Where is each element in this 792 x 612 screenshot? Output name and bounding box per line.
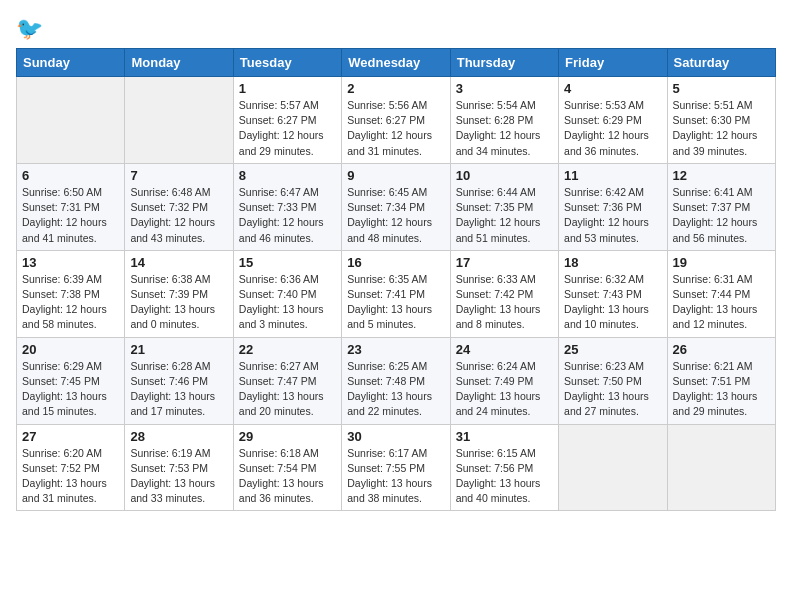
calendar-week-row: 6Sunrise: 6:50 AM Sunset: 7:31 PM Daylig… (17, 163, 776, 250)
day-detail: Sunrise: 5:54 AM Sunset: 6:28 PM Dayligh… (456, 98, 553, 159)
day-number: 1 (239, 81, 336, 96)
day-detail: Sunrise: 6:24 AM Sunset: 7:49 PM Dayligh… (456, 359, 553, 420)
weekday-header: Sunday (17, 49, 125, 77)
calendar-cell: 3Sunrise: 5:54 AM Sunset: 6:28 PM Daylig… (450, 77, 558, 164)
logo-bird-icon: 🐦 (16, 16, 43, 42)
day-number: 12 (673, 168, 770, 183)
calendar-cell: 20Sunrise: 6:29 AM Sunset: 7:45 PM Dayli… (17, 337, 125, 424)
day-detail: Sunrise: 6:41 AM Sunset: 7:37 PM Dayligh… (673, 185, 770, 246)
calendar-cell: 2Sunrise: 5:56 AM Sunset: 6:27 PM Daylig… (342, 77, 450, 164)
day-detail: Sunrise: 6:21 AM Sunset: 7:51 PM Dayligh… (673, 359, 770, 420)
calendar-cell: 14Sunrise: 6:38 AM Sunset: 7:39 PM Dayli… (125, 250, 233, 337)
weekday-header: Thursday (450, 49, 558, 77)
calendar-cell: 6Sunrise: 6:50 AM Sunset: 7:31 PM Daylig… (17, 163, 125, 250)
calendar-week-row: 1Sunrise: 5:57 AM Sunset: 6:27 PM Daylig… (17, 77, 776, 164)
calendar-cell: 21Sunrise: 6:28 AM Sunset: 7:46 PM Dayli… (125, 337, 233, 424)
day-detail: Sunrise: 6:36 AM Sunset: 7:40 PM Dayligh… (239, 272, 336, 333)
day-detail: Sunrise: 6:44 AM Sunset: 7:35 PM Dayligh… (456, 185, 553, 246)
calendar-cell (17, 77, 125, 164)
day-detail: Sunrise: 6:17 AM Sunset: 7:55 PM Dayligh… (347, 446, 444, 507)
day-number: 31 (456, 429, 553, 444)
day-detail: Sunrise: 6:39 AM Sunset: 7:38 PM Dayligh… (22, 272, 119, 333)
calendar-header-row: SundayMondayTuesdayWednesdayThursdayFrid… (17, 49, 776, 77)
day-number: 4 (564, 81, 661, 96)
day-detail: Sunrise: 6:29 AM Sunset: 7:45 PM Dayligh… (22, 359, 119, 420)
day-number: 21 (130, 342, 227, 357)
day-number: 27 (22, 429, 119, 444)
day-detail: Sunrise: 6:28 AM Sunset: 7:46 PM Dayligh… (130, 359, 227, 420)
calendar-cell: 22Sunrise: 6:27 AM Sunset: 7:47 PM Dayli… (233, 337, 341, 424)
day-number: 23 (347, 342, 444, 357)
day-detail: Sunrise: 5:57 AM Sunset: 6:27 PM Dayligh… (239, 98, 336, 159)
day-number: 7 (130, 168, 227, 183)
weekday-header: Monday (125, 49, 233, 77)
weekday-header: Tuesday (233, 49, 341, 77)
calendar-table: SundayMondayTuesdayWednesdayThursdayFrid… (16, 48, 776, 511)
day-detail: Sunrise: 6:35 AM Sunset: 7:41 PM Dayligh… (347, 272, 444, 333)
day-number: 29 (239, 429, 336, 444)
calendar-cell: 26Sunrise: 6:21 AM Sunset: 7:51 PM Dayli… (667, 337, 775, 424)
day-detail: Sunrise: 6:19 AM Sunset: 7:53 PM Dayligh… (130, 446, 227, 507)
day-number: 14 (130, 255, 227, 270)
day-detail: Sunrise: 6:23 AM Sunset: 7:50 PM Dayligh… (564, 359, 661, 420)
day-detail: Sunrise: 6:50 AM Sunset: 7:31 PM Dayligh… (22, 185, 119, 246)
day-detail: Sunrise: 6:47 AM Sunset: 7:33 PM Dayligh… (239, 185, 336, 246)
calendar-cell: 4Sunrise: 5:53 AM Sunset: 6:29 PM Daylig… (559, 77, 667, 164)
day-detail: Sunrise: 6:25 AM Sunset: 7:48 PM Dayligh… (347, 359, 444, 420)
day-number: 2 (347, 81, 444, 96)
day-number: 20 (22, 342, 119, 357)
logo: 🐦 (16, 16, 43, 36)
calendar-cell: 25Sunrise: 6:23 AM Sunset: 7:50 PM Dayli… (559, 337, 667, 424)
calendar-cell: 13Sunrise: 6:39 AM Sunset: 7:38 PM Dayli… (17, 250, 125, 337)
day-detail: Sunrise: 6:20 AM Sunset: 7:52 PM Dayligh… (22, 446, 119, 507)
day-number: 9 (347, 168, 444, 183)
day-number: 19 (673, 255, 770, 270)
day-number: 26 (673, 342, 770, 357)
day-detail: Sunrise: 6:42 AM Sunset: 7:36 PM Dayligh… (564, 185, 661, 246)
calendar-cell: 31Sunrise: 6:15 AM Sunset: 7:56 PM Dayli… (450, 424, 558, 511)
day-detail: Sunrise: 6:27 AM Sunset: 7:47 PM Dayligh… (239, 359, 336, 420)
calendar-cell: 11Sunrise: 6:42 AM Sunset: 7:36 PM Dayli… (559, 163, 667, 250)
day-detail: Sunrise: 5:53 AM Sunset: 6:29 PM Dayligh… (564, 98, 661, 159)
calendar-cell: 30Sunrise: 6:17 AM Sunset: 7:55 PM Dayli… (342, 424, 450, 511)
calendar-cell: 12Sunrise: 6:41 AM Sunset: 7:37 PM Dayli… (667, 163, 775, 250)
calendar-cell: 10Sunrise: 6:44 AM Sunset: 7:35 PM Dayli… (450, 163, 558, 250)
day-detail: Sunrise: 6:31 AM Sunset: 7:44 PM Dayligh… (673, 272, 770, 333)
weekday-header: Friday (559, 49, 667, 77)
calendar-cell: 19Sunrise: 6:31 AM Sunset: 7:44 PM Dayli… (667, 250, 775, 337)
day-number: 10 (456, 168, 553, 183)
calendar-cell (125, 77, 233, 164)
calendar-cell: 16Sunrise: 6:35 AM Sunset: 7:41 PM Dayli… (342, 250, 450, 337)
day-detail: Sunrise: 6:32 AM Sunset: 7:43 PM Dayligh… (564, 272, 661, 333)
day-number: 5 (673, 81, 770, 96)
calendar-cell: 24Sunrise: 6:24 AM Sunset: 7:49 PM Dayli… (450, 337, 558, 424)
day-number: 24 (456, 342, 553, 357)
calendar-cell (667, 424, 775, 511)
calendar-cell: 28Sunrise: 6:19 AM Sunset: 7:53 PM Dayli… (125, 424, 233, 511)
calendar-week-row: 27Sunrise: 6:20 AM Sunset: 7:52 PM Dayli… (17, 424, 776, 511)
calendar-cell: 17Sunrise: 6:33 AM Sunset: 7:42 PM Dayli… (450, 250, 558, 337)
calendar-cell: 18Sunrise: 6:32 AM Sunset: 7:43 PM Dayli… (559, 250, 667, 337)
calendar-cell (559, 424, 667, 511)
day-detail: Sunrise: 6:33 AM Sunset: 7:42 PM Dayligh… (456, 272, 553, 333)
calendar-week-row: 13Sunrise: 6:39 AM Sunset: 7:38 PM Dayli… (17, 250, 776, 337)
day-number: 18 (564, 255, 661, 270)
day-number: 17 (456, 255, 553, 270)
weekday-header: Wednesday (342, 49, 450, 77)
day-detail: Sunrise: 6:45 AM Sunset: 7:34 PM Dayligh… (347, 185, 444, 246)
day-detail: Sunrise: 6:15 AM Sunset: 7:56 PM Dayligh… (456, 446, 553, 507)
day-number: 28 (130, 429, 227, 444)
calendar-cell: 8Sunrise: 6:47 AM Sunset: 7:33 PM Daylig… (233, 163, 341, 250)
calendar-cell: 5Sunrise: 5:51 AM Sunset: 6:30 PM Daylig… (667, 77, 775, 164)
calendar-cell: 15Sunrise: 6:36 AM Sunset: 7:40 PM Dayli… (233, 250, 341, 337)
day-number: 13 (22, 255, 119, 270)
day-number: 30 (347, 429, 444, 444)
day-number: 15 (239, 255, 336, 270)
day-number: 16 (347, 255, 444, 270)
page-header: 🐦 (16, 16, 776, 36)
calendar-cell: 7Sunrise: 6:48 AM Sunset: 7:32 PM Daylig… (125, 163, 233, 250)
day-detail: Sunrise: 6:48 AM Sunset: 7:32 PM Dayligh… (130, 185, 227, 246)
day-detail: Sunrise: 6:18 AM Sunset: 7:54 PM Dayligh… (239, 446, 336, 507)
day-detail: Sunrise: 5:51 AM Sunset: 6:30 PM Dayligh… (673, 98, 770, 159)
calendar-week-row: 20Sunrise: 6:29 AM Sunset: 7:45 PM Dayli… (17, 337, 776, 424)
